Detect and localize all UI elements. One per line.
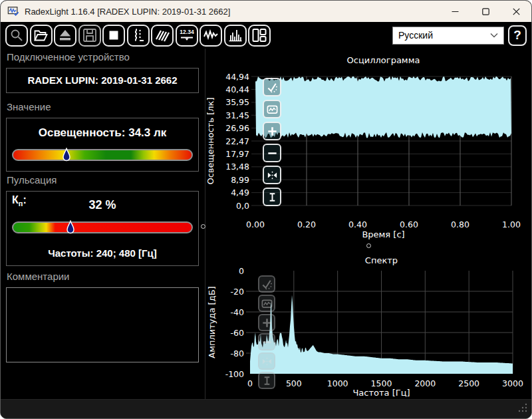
stop-square-icon [105,27,122,44]
signal-trace-button[interactable] [127,25,150,47]
spectrum-view-button[interactable] [224,25,247,47]
app-window: RadexLight 1.16.4 [RADEX LUPIN: 2019-01-… [0,0,532,419]
title-bar: RadexLight 1.16.4 [RADEX LUPIN: 2019-01-… [1,1,531,22]
spectrum-chart: Спектр0-20-40-60-80-10005001000150020002… [207,241,529,400]
svg-text:0: 0 [247,378,253,388]
svg-text:-60: -60 [231,328,244,338]
svg-text:2000: 2000 [414,378,436,388]
value-section-label: Значение [7,101,51,112]
save-floppy-icon [81,27,98,44]
bar-chart-icon [227,27,244,44]
svg-text:Амплитуда [дБ]: Амплитуда [дБ] [207,286,217,358]
chart-fit-horizontal-button[interactable] [258,352,275,370]
chart-zoom-in-button[interactable] [263,122,281,140]
chart-autoscale-button[interactable] [263,78,281,96]
svg-text:2500: 2500 [458,378,479,388]
svg-text:0.00: 0.00 [246,219,265,229]
fit-horizontal-icon [266,169,279,182]
waveform-icon [202,27,219,44]
pulsation-box: Кп: 32 % Частоты: 240; 480 [Гц] [6,191,199,266]
svg-text:1000: 1000 [327,378,348,388]
autoscale-icon [261,278,273,291]
svg-text:12.34: 12.34 [180,29,194,35]
svg-text:-80: -80 [231,349,244,358]
minimize-button[interactable] [440,1,470,22]
svg-text:Спектр: Спектр [365,255,398,265]
chart-zoom-out-button[interactable] [258,333,275,350]
pulsation-gauge [12,221,193,233]
vertical-splitter-grip[interactable] [201,224,205,229]
numeric-display-icon: 12.34 [178,27,196,44]
zoom-in-icon [266,125,279,138]
svg-text:-100: -100 [225,369,244,379]
svg-text:4,49: 4,49 [231,188,249,198]
status-bar [1,399,531,419]
chart-autoscale-button[interactable] [258,275,275,293]
close-icon [513,8,520,15]
close-button[interactable] [501,1,531,22]
toolbar: 12.34 Русский ? [1,23,531,48]
chart-zoom-in-button[interactable] [258,314,275,331]
oscillogram-view-button[interactable] [200,25,222,47]
pulsation-section-label: Пульсация [7,174,57,186]
open-folder-icon [33,27,50,44]
chart-fit-vertical-button[interactable] [263,188,281,206]
svg-text:13,48: 13,48 [225,162,249,172]
open-file-button[interactable] [30,25,53,47]
language-value: Русский [398,30,433,41]
drop-marker-icon [63,148,70,163]
minimize-icon [452,8,459,15]
language-select[interactable]: Русский [392,27,504,45]
search-device-button[interactable] [5,25,28,47]
svg-text:Осциллограмма: Осциллограмма [347,55,420,65]
oscillogram-chart: Осциллограмма0,04,498,9913,4817,9722,472… [207,54,529,241]
oscillogram-chart-toolbar [263,78,281,210]
rays-hatch-icon [154,27,171,44]
pulsation-value: 32 % [7,198,198,212]
chart-fit-view-button[interactable] [258,295,275,312]
zoom-out-icon [266,147,279,160]
svg-text:0.60: 0.60 [400,219,418,229]
comments-section-label: Комментарии [7,271,69,282]
help-button[interactable]: ? [508,25,527,46]
maximize-button[interactable] [470,1,501,22]
eject-device-button[interactable] [54,25,76,47]
svg-text:22,47: 22,47 [225,136,249,146]
chart-fit-vertical-button[interactable] [258,372,275,389]
layout-panels-icon [251,27,268,44]
window-title: RadexLight 1.16.4 [RADEX LUPIN: 2019-01-… [25,7,230,17]
chart-zoom-out-button[interactable] [263,144,281,162]
svg-text:3000: 3000 [502,378,523,388]
zoom-out-icon [261,336,273,349]
svg-text:31,45: 31,45 [225,110,249,120]
chart-fit-view-button[interactable] [263,100,281,118]
drop-marker-icon [66,220,74,235]
svg-text:0.40: 0.40 [348,219,367,229]
chevron-down-icon [490,33,498,38]
spectrum-svg: Спектр0-20-40-60-80-10005001000150020002… [207,241,529,400]
save-button[interactable] [78,25,101,47]
vertical-splitter[interactable] [205,49,205,399]
frequencies-text: Частоты: 240; 480 [Гц] [7,247,198,259]
stop-button[interactable] [102,25,125,47]
signal-trace-icon [130,27,147,44]
svg-text:0,0: 0,0 [236,201,249,211]
resize-grip[interactable] [517,402,528,413]
svg-text:40,44: 40,44 [225,84,249,94]
numeric-display-button[interactable]: 12.34 [176,25,198,47]
eject-icon [57,27,74,44]
layout-button[interactable] [248,25,271,47]
svg-text:Освещенность [лк]: Освещенность [лк] [207,97,215,184]
window-controls [440,1,531,22]
chart-fit-horizontal-button[interactable] [263,166,281,184]
rays-button[interactable] [151,25,174,47]
illuminance-gauge [12,149,193,161]
illuminance-reading: Освещенность: 34.3 лк [7,126,198,140]
comments-input[interactable] [6,287,199,362]
search-icon [8,27,25,44]
svg-text:-40: -40 [231,307,244,317]
zoom-in-icon [261,317,273,329]
svg-text:35,95: 35,95 [225,97,249,107]
autoscale-icon [266,81,279,94]
maximize-icon [482,8,489,15]
